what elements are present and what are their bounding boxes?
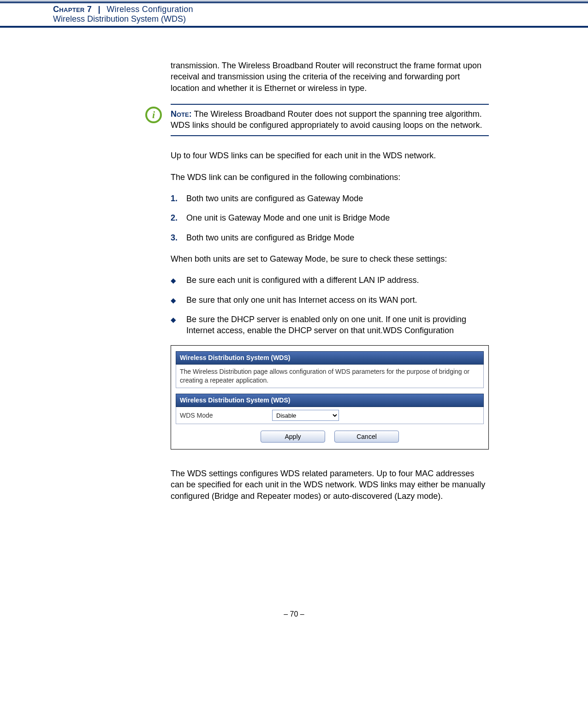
diamond-bullet-icon: ◆ [171,314,186,336]
note-text: The Wireless Broadband Router does not s… [171,109,482,130]
list-text: Both two units are configured as Bridge … [186,232,354,243]
list-item: ◆ Be sure that only one unit has Interne… [171,294,489,306]
page-number: – 70 – [0,610,588,632]
header-separator: | [94,5,104,14]
paragraph: Up to four WDS links can be specified fo… [171,150,489,161]
panel-description: The Wireless Distribution page allows co… [176,365,484,388]
panel-title: Wireless Distribution System (WDS) [176,394,484,407]
page-body: transmission. The Wireless Broadband Rou… [171,28,489,502]
list-text: Both two units are configured as Gateway… [186,193,363,204]
info-icon: i [145,107,162,123]
list-number: 3. [171,232,186,243]
chapter-number: Chapter 7 [53,5,92,14]
wds-mode-select[interactable]: Disable [272,410,339,421]
list-text: Be sure that only one unit has Internet … [186,294,417,306]
list-text: One unit is Gateway Mode and one unit is… [186,212,390,223]
list-text: Be sure the DHCP server is enabled only … [186,314,489,336]
list-text: Be sure each unit is configured with a d… [186,275,419,286]
paragraph: The WDS link can be configured in the fo… [171,172,489,183]
panel-title: Wireless Distribution System (WDS) [176,351,484,365]
list-number: 1. [171,193,186,204]
wds-mode-label: WDS Mode [180,411,272,420]
page-header: Chapter 7 | Wireless Configuration Wirel… [0,3,588,26]
paragraph: When both units are set to Gateway Mode,… [171,253,489,264]
numbered-list: 1. Both two units are configured as Gate… [171,193,489,243]
list-item: 2. One unit is Gateway Mode and one unit… [171,212,489,223]
wds-config-screenshot: Wireless Distribution System (WDS) The W… [171,345,489,449]
note-label: Note: [171,109,192,119]
diamond-bullet-icon: ◆ [171,294,186,306]
diamond-bullet-icon: ◆ [171,275,186,286]
chapter-title: Wireless Configuration [107,5,193,14]
paragraph: The WDS settings configures WDS related … [171,468,489,502]
paragraph: transmission. The Wireless Broadband Rou… [171,60,489,94]
cancel-button[interactable]: Cancel [334,431,399,443]
note-bottom-rule [171,135,489,136]
bullet-list: ◆ Be sure each unit is configured with a… [171,275,489,336]
section-title: Wireless Distribution System (WDS) [53,14,588,24]
list-item: ◆ Be sure the DHCP server is enabled onl… [171,314,489,336]
apply-button[interactable]: Apply [261,431,325,443]
list-item: 1. Both two units are configured as Gate… [171,193,489,204]
list-item: 3. Both two units are configured as Brid… [171,232,489,243]
note-callout: i Note: The Wireless Broadband Router do… [171,104,489,137]
list-number: 2. [171,212,186,223]
list-item: ◆ Be sure each unit is configured with a… [171,275,489,286]
